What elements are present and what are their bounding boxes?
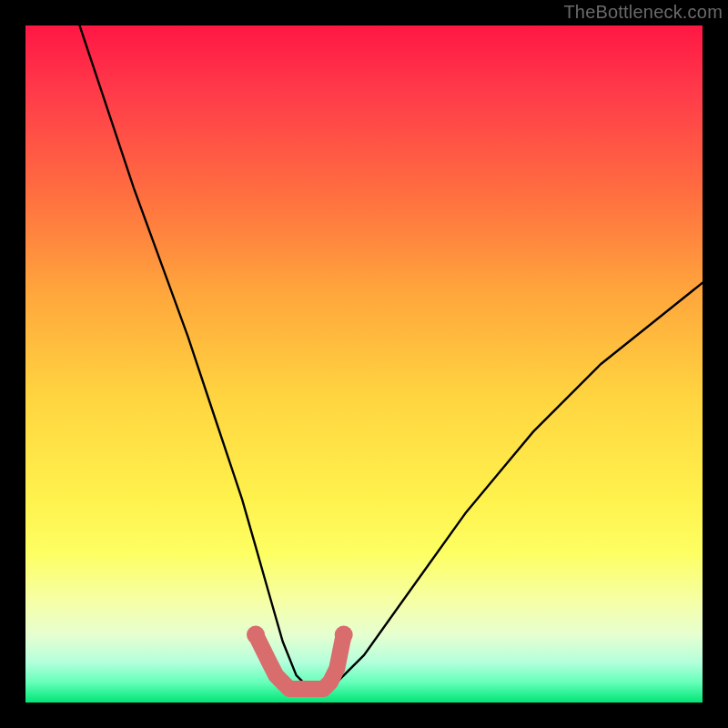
chart-plot-area xyxy=(25,25,703,703)
chart-svg xyxy=(25,25,703,703)
marker-endpoint-right xyxy=(335,626,353,644)
bottleneck-curve xyxy=(80,25,703,689)
outer-frame: TheBottleneck.com xyxy=(0,0,728,728)
optimal-marker xyxy=(256,635,344,690)
marker-endpoint-left xyxy=(247,626,265,644)
watermark-text: TheBottleneck.com xyxy=(563,2,723,23)
